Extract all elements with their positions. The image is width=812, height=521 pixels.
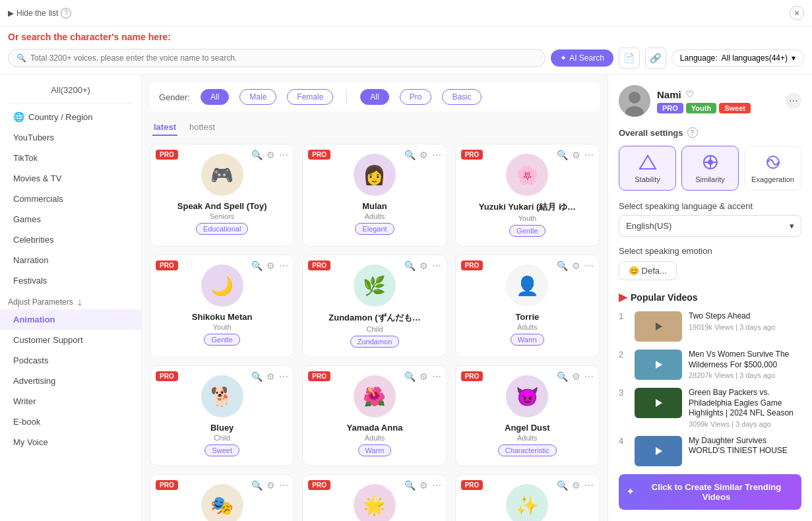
search-voice-icon[interactable]: 🔍: [557, 150, 568, 160]
more-voice-icon[interactable]: ⋯: [279, 150, 288, 160]
voice-card-yuzuki[interactable]: PRO 🔍 ⚙ ⋯ 🌸 Yuzuki Yukari (結月 ゆ… Youth G…: [455, 144, 600, 247]
info-icon[interactable]: ?: [61, 8, 71, 18]
tab-latest[interactable]: latest: [152, 119, 177, 136]
voice-card-angel-dust[interactable]: PRO 🔍 ⚙ ⋯ 😈 Angel Dust Adults Characteri…: [455, 365, 600, 466]
sidebar-item-narration[interactable]: Narration: [0, 250, 141, 270]
search-input[interactable]: [30, 53, 537, 63]
search-voice-icon[interactable]: 🔍: [404, 260, 416, 271]
more-voice-icon[interactable]: ⋯: [584, 150, 594, 160]
search-voice-icon[interactable]: 🔍: [404, 480, 416, 491]
settings-cards: Stability Similarity Exaggeration: [619, 146, 801, 191]
sidebar-item-animation[interactable]: Animation: [0, 309, 141, 330]
close-button[interactable]: ×: [790, 6, 804, 20]
more-voice-icon[interactable]: ⋯: [432, 371, 441, 382]
hide-list-button[interactable]: ▶ Hide the list ?: [8, 8, 71, 18]
more-voice-icon[interactable]: ⋯: [432, 150, 441, 160]
search-input-wrap[interactable]: 🔍: [8, 49, 546, 67]
voice-card-shikoku[interactable]: PRO 🔍 ⚙ ⋯ 🌙 Shikoku Metan Youth Gentle: [150, 255, 294, 357]
sidebar-item-commercials[interactable]: Commercials: [0, 189, 141, 209]
voice-card-speak-and-spell[interactable]: PRO 🔍 ⚙ ⋯ 🎮 Speak And Spell (Toy) Senior…: [150, 144, 294, 247]
sidebar-item-e-book[interactable]: E-book: [0, 412, 141, 432]
search-voice-icon[interactable]: 🔍: [251, 150, 263, 160]
video-item-4[interactable]: 4 My Daughter Survives WORLD'S TINIEST H…: [619, 436, 801, 466]
gender-female-button[interactable]: Female: [287, 89, 333, 105]
type-all-button[interactable]: All: [360, 89, 389, 105]
sidebar-item-games[interactable]: Games: [0, 209, 141, 230]
tab-hottest[interactable]: hottest: [188, 119, 216, 136]
sidebar-customer-support-label: Customer Support: [13, 335, 83, 345]
search-voice-icon[interactable]: 🔍: [557, 480, 568, 491]
search-voice-icon[interactable]: 🔍: [251, 371, 263, 382]
document-icon-button[interactable]: 📄: [619, 47, 640, 69]
sidebar-item-celebrities[interactable]: Celebrities: [0, 230, 141, 250]
more-voice-icon[interactable]: ⋯: [584, 480, 594, 491]
voice-card-mulan[interactable]: PRO 🔍 ⚙ ⋯ 👩 Mulan Adults Elegant: [302, 144, 447, 247]
sidebar-item-country[interactable]: 🌐 Country / Region: [0, 106, 141, 127]
setting-exaggeration[interactable]: Exaggeration: [744, 146, 801, 191]
pro-badge: PRO: [461, 371, 484, 381]
heart-icon[interactable]: ♡: [685, 89, 694, 100]
sidebar-item-podcasts[interactable]: Podcasts: [0, 350, 141, 371]
ai-search-button[interactable]: ✦ AI Search: [551, 49, 613, 67]
search-voice-icon[interactable]: 🔍: [404, 371, 416, 382]
more-voice-icon[interactable]: ⋯: [279, 480, 288, 491]
settings-voice-icon[interactable]: ⚙: [266, 260, 275, 271]
emotion-button[interactable]: 😊 Defa...: [619, 261, 677, 280]
sidebar-item-tiktok[interactable]: TikTok: [0, 148, 141, 168]
voice-card-row4-3[interactable]: PRO 🔍 ⚙ ⋯ ✨: [455, 474, 600, 521]
language-select[interactable]: Language: All languages(44+) ▾: [671, 49, 804, 67]
more-voice-icon[interactable]: ⋯: [279, 371, 288, 382]
search-voice-icon[interactable]: 🔍: [557, 371, 568, 382]
setting-stability[interactable]: Stability: [619, 146, 676, 191]
sidebar-item-advertising[interactable]: Advertising: [0, 371, 141, 391]
type-basic-button[interactable]: Basic: [442, 89, 481, 105]
more-options-button[interactable]: ⋯: [786, 93, 801, 109]
settings-voice-icon[interactable]: ⚙: [266, 371, 275, 382]
sidebar-item-my-voice[interactable]: My Voice: [0, 432, 141, 452]
help-icon[interactable]: ?: [687, 127, 698, 138]
voice-card-row4-1[interactable]: PRO 🔍 ⚙ ⋯ 🎭: [150, 474, 294, 521]
settings-voice-icon[interactable]: ⚙: [420, 260, 428, 271]
settings-voice-icon[interactable]: ⚙: [266, 480, 275, 491]
voice-card-zundamon[interactable]: PRO 🔍 ⚙ ⋯ 🌿 Zundamon (ずんだも… Child Zundam…: [302, 255, 447, 357]
settings-voice-icon[interactable]: ⚙: [420, 480, 428, 491]
voice-card-yamada[interactable]: PRO 🔍 ⚙ ⋯ 🌺 Yamada Anna Adults Warm: [302, 365, 447, 466]
sidebar-item-writer[interactable]: Writer: [0, 391, 141, 412]
more-voice-icon[interactable]: ⋯: [584, 371, 594, 382]
sidebar-item-festivals[interactable]: Festivals: [0, 270, 141, 291]
sidebar-item-movies-tv[interactable]: Movies & TV: [0, 168, 141, 189]
voice-card-bluey[interactable]: PRO 🔍 ⚙ ⋯ 🐕 Bluey Child Sweet: [150, 365, 294, 466]
voice-card-torrie[interactable]: PRO 🔍 ⚙ ⋯ 👤 Torrie Adults Warm: [455, 255, 600, 357]
more-voice-icon[interactable]: ⋯: [432, 480, 441, 491]
video-item-1[interactable]: 1 Two Steps Ahead 19019k Views | 3 days …: [619, 311, 801, 342]
settings-voice-icon[interactable]: ⚙: [572, 150, 580, 160]
card-actions: 🔍 ⚙ ⋯: [251, 260, 288, 271]
settings-voice-icon[interactable]: ⚙: [420, 150, 428, 160]
settings-voice-icon[interactable]: ⚙: [572, 371, 580, 382]
search-voice-icon[interactable]: 🔍: [251, 260, 263, 271]
video-item-2[interactable]: 2 Men Vs Women Survive The Wilderness Fo…: [619, 350, 801, 380]
settings-voice-icon[interactable]: ⚙: [572, 480, 580, 491]
settings-voice-icon[interactable]: ⚙: [266, 150, 275, 160]
search-voice-icon[interactable]: 🔍: [557, 260, 568, 271]
search-voice-icon[interactable]: 🔍: [404, 150, 416, 160]
gender-male-button[interactable]: Male: [239, 89, 276, 105]
link-icon-button[interactable]: 🔗: [645, 47, 666, 69]
sidebar-item-customer-support[interactable]: Customer Support: [0, 330, 141, 350]
gender-all-button[interactable]: All: [201, 89, 229, 105]
video-item-3[interactable]: 3 Green Bay Packers vs. Philadelphia Eag…: [619, 388, 801, 428]
more-voice-icon[interactable]: ⋯: [279, 260, 288, 271]
more-voice-icon[interactable]: ⋯: [584, 260, 594, 271]
create-trending-button[interactable]: ✦ Click to Create Similar Trending Video…: [619, 474, 801, 510]
language-accent-select[interactable]: English(US) ▾: [619, 215, 801, 237]
more-voice-icon[interactable]: ⋯: [432, 260, 441, 271]
setting-similarity[interactable]: Similarity: [681, 146, 739, 191]
settings-voice-icon[interactable]: ⚙: [572, 260, 580, 271]
type-pro-button[interactable]: Pro: [400, 89, 432, 105]
sidebar-item-youtubers[interactable]: YouTubers: [0, 127, 141, 148]
voice-card-row4-2[interactable]: PRO 🔍 ⚙ ⋯ 🌟: [302, 474, 447, 521]
sidebar-item-all[interactable]: All(3200+): [0, 80, 141, 100]
settings-voice-icon[interactable]: ⚙: [420, 371, 428, 382]
search-voice-icon[interactable]: 🔍: [251, 480, 263, 491]
badge-youth: Youth: [686, 103, 716, 113]
